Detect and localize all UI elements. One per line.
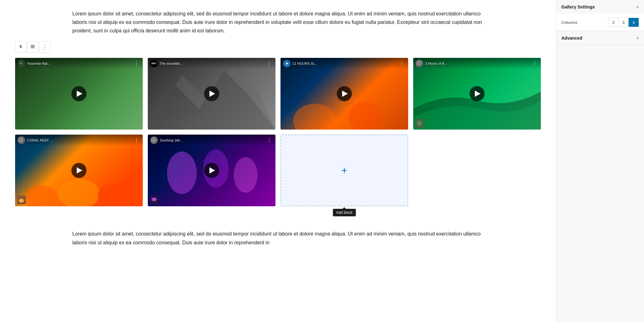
video-card-11hours[interactable]: 11 HOURS St... ⋮ <box>280 58 408 130</box>
channel-avatar-bbc: BBC <box>150 60 158 67</box>
video-menu-3hours[interactable]: ⋮ <box>531 60 538 67</box>
gallery-settings-section: Gallery Settings ∧ Columns 2 3 4 <box>556 0 644 31</box>
add-block-plus-icon: + <box>341 165 347 176</box>
play-triangle-icon <box>209 167 215 174</box>
play-button-incredible[interactable] <box>204 86 219 101</box>
play-button-coral[interactable] <box>71 163 86 178</box>
channel-info-yosemite: Yosemite Nat... <box>18 60 50 67</box>
svg-point-22 <box>167 152 197 194</box>
gallery-settings-chevron: ∧ <box>636 5 639 9</box>
svg-point-17 <box>58 179 100 207</box>
video-card-3hours[interactable]: 3 Hours of A... ⋮ <box>413 58 541 130</box>
play-button-yosemite[interactable] <box>71 86 86 101</box>
top-text-block: Lorem ipsum dolor sit amet, consectetur … <box>0 0 556 42</box>
channel-avatar-3hours <box>416 60 423 67</box>
video-top-bar-11hours: 11 HOURS St... ⋮ <box>280 58 408 69</box>
video-title-3hours: 3 Hours of A... <box>425 62 447 65</box>
align-button[interactable] <box>27 42 38 53</box>
svg-rect-2 <box>31 47 35 48</box>
gallery-settings-title: Gallery Settings <box>561 4 595 9</box>
columns-2-button[interactable]: 2 <box>608 18 619 27</box>
gallery-settings-content: Columns 2 3 4 <box>556 14 644 31</box>
bottom-text-block: Lorem ipsum dolor sit amet, consectetur … <box>0 220 556 253</box>
channel-avatar-11hours <box>283 60 291 67</box>
video-bottom-thumb-soothing <box>150 196 158 204</box>
columns-4-button[interactable]: 4 <box>629 18 639 27</box>
play-button-soothing[interactable] <box>204 163 219 178</box>
svg-point-12 <box>419 64 419 64</box>
gallery-settings-header[interactable]: Gallery Settings ∧ <box>556 0 644 14</box>
svg-point-15 <box>417 121 422 126</box>
channel-info-soothing: Soothing Jell... <box>150 136 182 144</box>
video-menu-incredible[interactable]: ⋮ <box>265 60 273 67</box>
video-card-soothing[interactable]: Soothing Jell... ⋮ <box>148 135 275 206</box>
play-triangle-icon <box>77 91 82 97</box>
video-menu-11hours[interactable]: ⋮ <box>398 60 406 67</box>
svg-rect-1 <box>31 46 35 47</box>
video-title-11hours: 11 HOURS St... <box>292 62 317 65</box>
video-card-coral[interactable]: CORAL REEF ... ⋮ <box>15 135 143 206</box>
sidebar: Gallery Settings ∧ Columns 2 3 4 Advance… <box>556 0 644 322</box>
video-top-bar-yosemite: Yosemite Nat... ⋮ <box>15 58 143 69</box>
block-toolbar: ⋮ <box>15 42 50 53</box>
add-block-cell[interactable]: + <box>280 135 408 206</box>
play-triangle-icon <box>77 167 82 174</box>
columns-3-button[interactable]: 3 <box>619 18 629 27</box>
svg-rect-0 <box>31 45 35 46</box>
channel-info-11hours: 11 HOURS St... <box>283 60 317 67</box>
video-bottom-thumb-coral <box>17 196 26 204</box>
svg-point-11 <box>418 62 421 66</box>
play-button-3hours[interactable] <box>469 86 485 101</box>
play-triangle-icon <box>209 91 215 97</box>
video-top-bar-coral: CORAL REEF ... ⋮ <box>15 135 143 146</box>
video-title-incredible: The incredibl... <box>160 62 182 65</box>
empty-column <box>413 135 541 206</box>
channel-avatar-coral <box>18 136 25 144</box>
svg-point-27 <box>152 197 157 201</box>
gallery-row-1: Yosemite Nat... ⋮ <box>15 58 541 130</box>
advanced-title: Advanced <box>561 36 582 41</box>
svg-point-4 <box>20 63 21 64</box>
svg-point-19 <box>19 139 23 142</box>
play-button-11hours[interactable] <box>337 86 352 101</box>
svg-point-18 <box>98 182 136 206</box>
channel-avatar-yosemite <box>18 60 25 67</box>
gallery-row-2: CORAL REEF ... ⋮ <box>15 135 541 206</box>
advanced-section: Advanced ∨ <box>556 31 644 45</box>
columns-control: Columns 2 3 4 <box>561 18 639 27</box>
svg-point-24 <box>234 157 258 193</box>
video-top-bar-3hours: 3 Hours of A... ⋮ <box>413 58 541 69</box>
video-top-bar-incredible: BBC The incredibl... ⋮ <box>148 58 275 69</box>
columns-buttons: 2 3 4 <box>608 18 639 27</box>
align-icon <box>30 44 35 50</box>
video-menu-yosemite[interactable]: ⋮ <box>133 60 140 67</box>
svg-point-25 <box>152 139 156 142</box>
video-bottom-thumb-3hours <box>415 119 424 128</box>
more-icon: ⋮ <box>42 44 47 51</box>
svg-point-7 <box>293 104 336 130</box>
more-options-button[interactable]: ⋮ <box>39 42 50 53</box>
advanced-chevron: ∨ <box>636 36 639 40</box>
play-triangle-icon <box>475 91 480 97</box>
svg-point-16 <box>25 186 58 207</box>
video-menu-coral[interactable]: ⋮ <box>133 136 140 144</box>
channel-info-3hours: 3 Hours of A... <box>416 60 447 67</box>
bottom-paragraph: Lorem ipsum dolor sit amet, consectetur … <box>72 230 484 247</box>
main-content: Lorem ipsum dolor sit amet, consectetur … <box>0 0 556 322</box>
channel-info-coral: CORAL REEF ... <box>18 136 53 144</box>
video-title-coral: CORAL REEF ... <box>27 138 53 142</box>
add-block-container[interactable]: + Add block <box>280 135 408 206</box>
advanced-header[interactable]: Advanced ∨ <box>556 31 644 45</box>
top-paragraph: Lorem ipsum dolor sit amet, consectetur … <box>72 9 484 35</box>
video-card-yosemite[interactable]: Yosemite Nat... ⋮ <box>15 58 143 130</box>
video-menu-soothing[interactable]: ⋮ <box>265 136 273 144</box>
channel-info-incredible: BBC The incredibl... <box>150 60 182 67</box>
video-title-yosemite: Yosemite Nat... <box>27 62 50 65</box>
video-card-incredible[interactable]: BBC The incredibl... ⋮ <box>148 58 275 130</box>
up-down-icon <box>19 44 23 50</box>
channel-avatar-soothing <box>150 136 158 144</box>
add-block-tooltip: Add block <box>333 209 356 216</box>
gallery-container: Yosemite Nat... ⋮ <box>0 58 556 220</box>
move-up-button[interactable] <box>15 42 26 53</box>
play-triangle-icon <box>342 91 348 97</box>
